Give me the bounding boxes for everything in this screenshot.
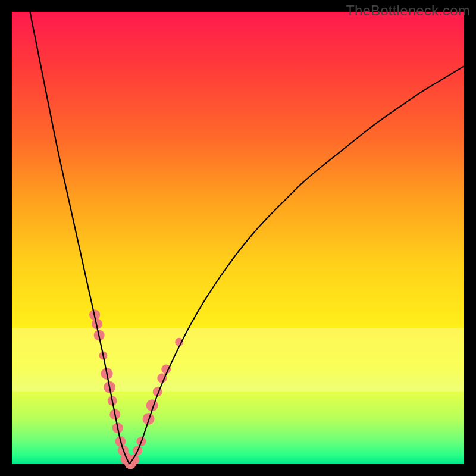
plot-area	[12, 12, 464, 464]
watermark-text: TheBottleneck.com	[346, 2, 470, 19]
curve-right-branch	[130, 66, 464, 464]
chart-frame: TheBottleneck.com	[0, 0, 476, 476]
curve-svg	[12, 12, 464, 464]
curve-left-branch	[30, 12, 129, 464]
marker-group	[89, 309, 183, 469]
